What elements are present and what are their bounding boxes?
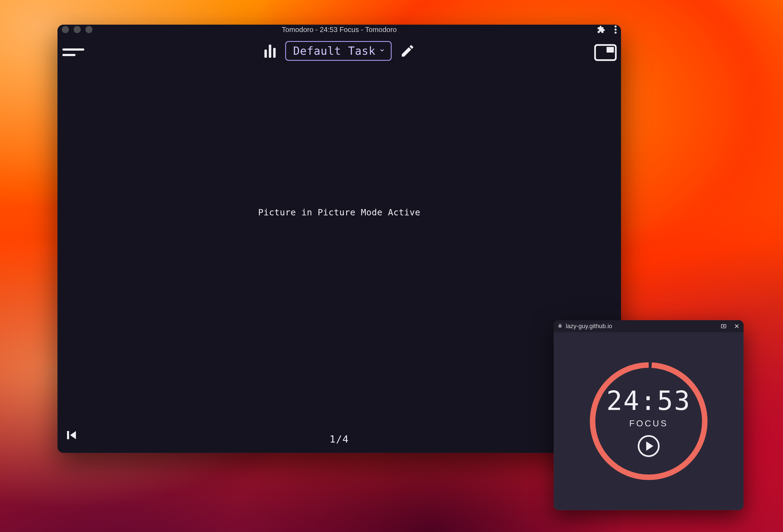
menu-icon[interactable] [62, 47, 84, 58]
window-close-button[interactable] [62, 26, 69, 33]
svg-point-0 [615, 26, 617, 28]
close-icon[interactable] [734, 323, 740, 329]
window-zoom-button[interactable] [85, 26, 92, 33]
window-traffic-lights [62, 26, 92, 33]
timer-time: 24:53 [606, 385, 691, 416]
task-selector[interactable]: Default Task [285, 41, 392, 61]
task-selector-label: Default Task [293, 44, 376, 57]
stats-icon[interactable] [263, 44, 277, 58]
session-progress: 1/4 [58, 434, 621, 445]
window-title: Tomodoro - 24:53 Focus - Tomodoro [58, 26, 621, 34]
window-titlebar: Tomodoro - 24:53 Focus - Tomodoro [58, 25, 621, 34]
back-to-tab-icon[interactable] [721, 323, 727, 329]
extensions-icon[interactable] [597, 26, 605, 34]
picture-in-picture-icon[interactable] [594, 44, 616, 61]
timer-ring: 24:53 FOCUS [589, 361, 709, 481]
app-footer: 1/4 [58, 420, 621, 453]
pip-host-label: lazy-guy.github.io [566, 323, 612, 330]
app-body: Picture in Picture Mode Active [58, 70, 621, 420]
window-minimize-button[interactable] [73, 26, 81, 33]
pip-body: 24:53 FOCUS [554, 332, 744, 510]
lock-icon [558, 323, 563, 330]
edit-icon[interactable] [400, 43, 415, 59]
pip-window: lazy-guy.github.io 24:53 FOCUS [554, 320, 744, 510]
pip-active-message: Picture in Picture Mode Active [258, 207, 420, 218]
svg-rect-4 [606, 47, 614, 53]
browser-menu-icon[interactable] [615, 26, 617, 34]
svg-point-2 [615, 32, 617, 34]
app-window: Tomodoro - 24:53 Focus - Tomodoro De [58, 25, 621, 453]
svg-point-1 [615, 28, 617, 31]
play-button[interactable] [638, 435, 660, 457]
pip-titlebar[interactable]: lazy-guy.github.io [554, 320, 744, 332]
app-toolbar: Default Task [58, 34, 621, 70]
play-icon [646, 441, 653, 451]
chevron-down-icon [379, 47, 385, 55]
timer-mode-label: FOCUS [629, 418, 668, 429]
